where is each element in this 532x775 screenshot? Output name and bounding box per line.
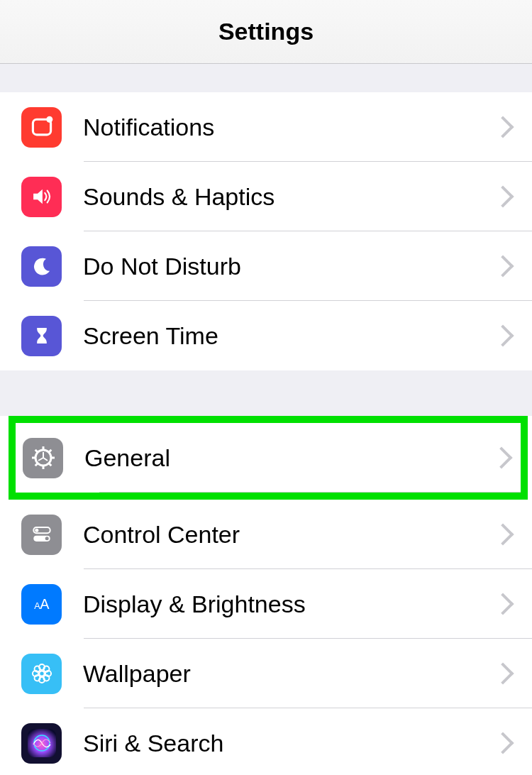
svg-line-7 — [35, 450, 38, 453]
chevron-right-icon — [492, 732, 514, 754]
chevron-right-icon — [492, 593, 514, 615]
settings-group-1: Notifications Sounds & Haptics Do Not Di… — [0, 92, 532, 370]
settings-group-2: General Control Center A A Display & Bri… — [0, 416, 532, 775]
row-label: Notifications — [83, 114, 495, 141]
chevron-right-icon — [492, 116, 514, 138]
notifications-icon — [21, 107, 62, 148]
row-label: Do Not Disturb — [83, 253, 495, 280]
toggles-icon — [21, 515, 62, 555]
svg-point-17 — [45, 537, 48, 540]
highlight-general: General — [9, 416, 528, 500]
chevron-right-icon — [492, 662, 514, 684]
chevron-right-icon — [492, 324, 514, 346]
row-siri-search[interactable]: Siri & Search — [0, 708, 532, 775]
chevron-right-icon — [490, 446, 512, 468]
row-label: Control Center — [83, 521, 495, 549]
row-label: Siri & Search — [83, 730, 495, 757]
row-label: Screen Time — [83, 322, 495, 350]
svg-point-20 — [39, 671, 44, 676]
row-notifications[interactable]: Notifications — [0, 92, 532, 162]
row-general[interactable]: General — [16, 423, 521, 493]
svg-line-8 — [48, 463, 51, 466]
row-do-not-disturb[interactable]: Do Not Disturb — [0, 231, 532, 301]
row-label: General — [84, 444, 494, 472]
speaker-icon — [21, 177, 62, 217]
svg-point-15 — [35, 529, 38, 532]
row-label: Display & Brightness — [83, 590, 495, 618]
svg-line-9 — [35, 463, 38, 466]
row-display-brightness[interactable]: A A Display & Brightness — [0, 569, 532, 639]
section-gap — [0, 64, 532, 92]
gear-icon — [23, 438, 63, 478]
flower-icon — [21, 654, 62, 694]
chevron-right-icon — [492, 523, 514, 545]
page-title: Settings — [218, 18, 314, 45]
moon-icon — [21, 246, 62, 287]
header: Settings — [0, 0, 532, 64]
row-sounds-haptics[interactable]: Sounds & Haptics — [0, 162, 532, 231]
row-wallpaper[interactable]: Wallpaper — [0, 639, 532, 708]
textsize-icon: A A — [21, 584, 62, 625]
row-label: Wallpaper — [83, 660, 495, 688]
chevron-right-icon — [492, 185, 514, 207]
chevron-right-icon — [492, 255, 514, 277]
svg-line-13 — [38, 458, 43, 461]
svg-point-1 — [46, 116, 52, 123]
row-label: Sounds & Haptics — [83, 183, 495, 211]
hourglass-icon — [21, 316, 62, 356]
svg-line-12 — [43, 458, 48, 461]
row-screen-time[interactable]: Screen Time — [0, 301, 532, 370]
svg-text:A: A — [40, 596, 50, 612]
siri-icon — [21, 723, 62, 764]
section-gap — [0, 370, 532, 416]
row-control-center[interactable]: Control Center — [0, 500, 532, 569]
svg-line-10 — [48, 450, 51, 453]
